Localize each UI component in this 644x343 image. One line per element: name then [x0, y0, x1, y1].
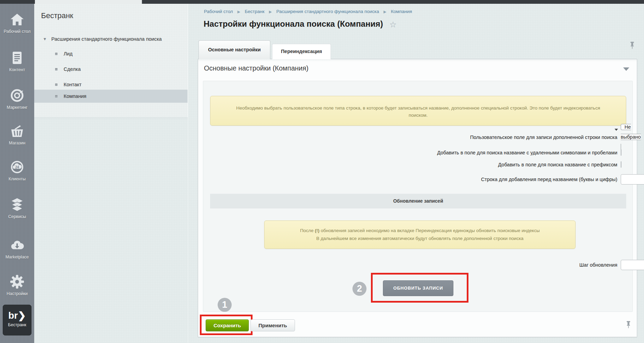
stripped-name-checkbox[interactable]	[621, 149, 621, 156]
cloud-download-icon	[10, 238, 25, 253]
prefix-string-input[interactable]	[621, 174, 644, 185]
notice-update-info: После (!) обновления записей неоходимо н…	[264, 220, 576, 249]
field-label: Добавить в поле для поиска название с уд…	[203, 150, 617, 155]
panel-top-strip	[198, 59, 637, 62]
sidebar-item-content[interactable]: Контент	[0, 50, 34, 73]
sidebar-item-label: Маркетинг	[0, 105, 34, 110]
sidebar-item-label: Сервисы	[0, 214, 34, 219]
update-step-input[interactable]	[621, 260, 644, 270]
field-label: Добавить в поле для поиска название с пр…	[203, 162, 617, 167]
menu-fade	[34, 117, 188, 120]
notice-field-info: Необходимо выбрать пользовательское поле…	[210, 96, 626, 126]
tree-expand-icon: ▼	[43, 34, 47, 44]
breadcrumb: Рабочий стол▶Бестранк▶Расширения стандар…	[204, 9, 412, 14]
bullet-icon	[55, 53, 57, 55]
sidebar-item-label: Marketplace	[0, 255, 34, 260]
basket-icon	[10, 124, 25, 139]
svg-text:24: 24	[15, 165, 19, 169]
pin-icon[interactable]	[626, 321, 631, 328]
notice-text: В дальнейшем все изменения автоматически…	[316, 236, 524, 241]
sidebar-item-label: Магазин	[0, 141, 34, 146]
bestrank-logo-mark: br❯	[3, 310, 31, 321]
notice-text: После	[300, 228, 315, 233]
sidebar-item-label: Рабочий стол	[0, 29, 34, 34]
form-panel: Необходимо выбрать пользовательское поле…	[203, 81, 633, 312]
layers-icon	[10, 197, 25, 212]
annotation-box-update	[371, 273, 468, 303]
top-bar-light-segment	[35, 0, 142, 4]
notice-text: обновления записей неоходимо на вкладке …	[319, 228, 540, 233]
footer-buttons: Сохранить Применить	[206, 319, 295, 331]
sidebar-item-label: Клиенты	[0, 177, 34, 182]
field-label: Пользовательское поле для записи дополне…	[203, 135, 617, 140]
tab-main-settings[interactable]: Основные настройки	[198, 40, 270, 59]
bullet-icon	[55, 95, 57, 98]
form-row-custom-field: Пользовательское поле для записи дополне…	[203, 132, 632, 142]
home-icon	[10, 12, 25, 27]
column-divider	[188, 4, 188, 343]
sidebar-item-label: Настройки	[0, 291, 34, 296]
form-row-update-step: Шаг обновления	[203, 260, 632, 270]
custom-field-select[interactable]: Не выбрано	[621, 124, 641, 150]
sidebar-item-marketplace[interactable]: Marketplace	[0, 238, 34, 260]
form-row-prefix-string: Строка для добавления перед названием (б…	[203, 174, 632, 185]
annotation-step-1: 1	[218, 298, 232, 312]
sidebar-item-marketing[interactable]: Маркетинг	[0, 88, 34, 110]
tab-bar: Основные настройки Переиндексация	[198, 40, 331, 59]
module-menu-panel: Бестранк ▼ Расширения стандартного функц…	[34, 4, 188, 117]
section-title: Основные настройки (Компания)	[204, 64, 309, 72]
apply-button[interactable]: Применить	[250, 319, 295, 331]
sidebar-item-label: Контент	[0, 67, 34, 73]
tree-item-lead[interactable]: Лид	[34, 47, 188, 60]
breadcrumb-separator-icon: ▶	[237, 10, 240, 14]
sidebar-item-services[interactable]: Сервисы	[0, 197, 34, 219]
sidebar-item-desktop[interactable]: Рабочий стол	[0, 12, 34, 34]
content-panel: Основные настройки (Компания) Необходимо…	[198, 59, 637, 337]
field-label: Строка для добавления перед названием (б…	[203, 177, 617, 182]
select-chevron-icon	[615, 129, 618, 131]
prefix-name-checkbox[interactable]	[621, 161, 621, 168]
sidebar-item-store[interactable]: Магазин	[0, 124, 34, 146]
bullet-icon	[55, 68, 57, 71]
breadcrumb-separator-icon: ▶	[269, 10, 272, 14]
sidebar-item-clients[interactable]: 24 Клиенты	[0, 160, 34, 182]
document-icon	[10, 50, 25, 65]
favorite-star-icon[interactable]: ☆	[389, 20, 397, 29]
breadcrumb-item[interactable]: Расширения стандартного функционала поис…	[276, 9, 379, 14]
breadcrumb-item[interactable]: Бестранк	[245, 9, 265, 14]
breadcrumb-separator-icon: ▶	[384, 10, 386, 14]
app-sidebar: Рабочий стол Контент Маркетинг	[0, 4, 34, 343]
cloud-24-icon: 24	[10, 160, 25, 175]
bullet-icon	[55, 84, 57, 86]
breadcrumb-item[interactable]: Рабочий стол	[204, 9, 233, 14]
form-row-stripped-name: Добавить в поле для поиска название с уд…	[203, 150, 632, 156]
sidebar-item-settings[interactable]: Настройки	[0, 274, 34, 296]
tab-reindex[interactable]: Переиндексация	[272, 44, 331, 59]
breadcrumb-item[interactable]: Компания	[391, 9, 412, 14]
tree-item-company[interactable]: Компания	[34, 90, 188, 103]
screen: Рабочий стол Контент Маркетинг	[0, 0, 644, 343]
notice-bang: (!)	[315, 228, 320, 233]
form-row-prefix-name: Добавить в поле для поиска название с пр…	[203, 162, 632, 168]
gear-icon	[10, 274, 25, 289]
bestrank-logo-label: Бестранк	[3, 322, 31, 327]
module-title: Бестранк	[41, 11, 73, 20]
page-title: Настройки функционала поиска (Компания)	[204, 19, 383, 29]
save-button[interactable]: Сохранить	[206, 319, 249, 331]
target-icon	[10, 88, 25, 103]
collapse-section-icon[interactable]	[623, 67, 629, 71]
top-bar	[0, 0, 644, 4]
tree-item-deal[interactable]: Сделка	[34, 63, 188, 76]
pin-icon[interactable]	[630, 42, 635, 49]
tree-item-contact[interactable]: Контакт	[34, 78, 188, 91]
bestrank-logo-tile[interactable]: br❯ Бестранк	[3, 305, 31, 335]
tree-root-extensions[interactable]: ▼ Расширения стандартного функционала по…	[34, 34, 188, 44]
select-value: Не выбрано	[621, 124, 641, 140]
update-section-header: Обновление записей	[210, 194, 626, 208]
field-label: Шаг обновления	[203, 262, 617, 268]
annotation-step-2: 2	[352, 282, 366, 296]
